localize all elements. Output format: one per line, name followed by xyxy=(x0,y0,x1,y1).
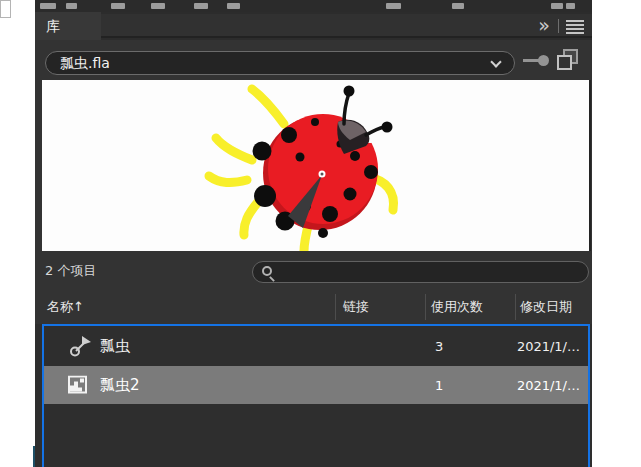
column-divider[interactable] xyxy=(515,294,516,320)
list-header: 名称↑ 链接 使用次数 修改日期 xyxy=(35,290,592,324)
graphic-symbol-icon xyxy=(68,335,92,357)
chevron-down-icon xyxy=(490,56,501,67)
cropped-toolbar-icon xyxy=(66,3,77,9)
cropped-toolbar-icon xyxy=(227,3,240,9)
item-use-count: 1 xyxy=(435,378,443,393)
page-corner-artifact xyxy=(0,0,11,18)
tab-library[interactable]: 库 xyxy=(35,12,101,40)
cropped-toolbar-icon xyxy=(551,3,563,9)
bitmap-icon xyxy=(68,376,88,395)
column-header-use-count[interactable]: 使用次数 xyxy=(431,290,483,324)
asset-list: 瓢虫 3 2021/1/… 瓢虫2 1 2021/1/… xyxy=(35,324,592,467)
collapse-to-icons-icon[interactable]: » xyxy=(532,12,556,40)
item-name: 瓢虫2 xyxy=(100,376,140,395)
column-header-linkage[interactable]: 链接 xyxy=(343,290,369,324)
library-toolbar-row: 2 个项目 xyxy=(35,251,592,290)
cropped-toolbar-icon xyxy=(386,3,401,9)
list-item-ladybug2-selected[interactable]: 瓢虫2 1 2021/1/… xyxy=(44,366,588,404)
tab-bar-shelf xyxy=(101,14,592,38)
document-dropdown[interactable]: 瓢虫.fla xyxy=(45,51,515,75)
panel-tab-bar: 库 » xyxy=(35,12,592,40)
screenshot-stage: 库 » 瓢虫.fla xyxy=(0,0,641,467)
item-modified-date: 2021/1/… xyxy=(517,378,580,393)
column-header-name[interactable]: 名称↑ xyxy=(47,290,84,324)
item-use-count: 3 xyxy=(435,339,443,354)
items-count-label: 2 个项目 xyxy=(45,251,96,290)
search-input[interactable] xyxy=(252,261,589,283)
sort-ascending-icon: ↑ xyxy=(73,299,84,314)
ladybug-preview-image xyxy=(192,80,472,251)
symbol-preview-pane xyxy=(42,80,591,251)
divider xyxy=(558,19,559,33)
column-divider[interactable] xyxy=(335,294,336,320)
cropped-toolbar-icon xyxy=(40,3,56,9)
column-divider[interactable] xyxy=(425,294,426,320)
panel-menu-icon[interactable] xyxy=(566,20,584,34)
document-selector-row: 瓢虫.fla xyxy=(35,40,592,80)
search-icon xyxy=(262,266,272,276)
list-item-ladybug[interactable]: 瓢虫 3 2021/1/… xyxy=(44,326,588,366)
cropped-toolbar-icon xyxy=(194,3,208,9)
item-modified-date: 2021/1/… xyxy=(517,339,580,354)
cropped-toolbar-strip xyxy=(35,0,592,12)
pin-library-icon[interactable] xyxy=(523,52,553,68)
cropped-toolbar-icon xyxy=(566,3,575,9)
cropped-toolbar-icon xyxy=(151,3,165,9)
document-dropdown-value: 瓢虫.fla xyxy=(60,55,110,71)
cropped-toolbar-icon xyxy=(111,3,125,9)
column-header-modified[interactable]: 修改日期 xyxy=(520,290,572,324)
new-library-panel-icon[interactable] xyxy=(557,49,583,73)
cropped-toolbar-icon xyxy=(452,3,464,9)
item-name: 瓢虫 xyxy=(100,337,130,356)
